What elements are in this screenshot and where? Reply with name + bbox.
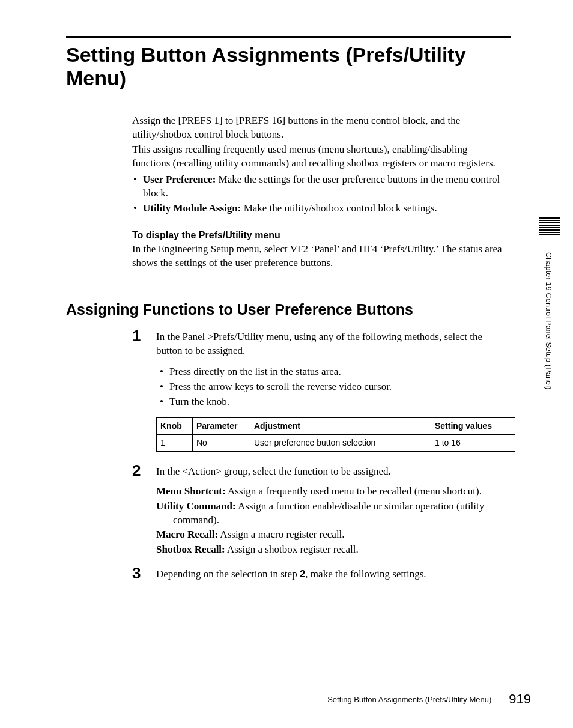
chapter-side-label: Chapter 19 Control Panel Setup (Panel)	[544, 252, 553, 390]
step-3-ref: 2	[300, 568, 305, 580]
table-row: 1 No User preference button selection 1 …	[157, 434, 515, 451]
def-shotbox-recall-label: Shotbox Recall:	[156, 544, 225, 555]
step-3: 3 Depending on the selection in step 2, …	[132, 568, 511, 581]
step-3-number: 3	[132, 564, 141, 583]
table-header-row: Knob Parameter Adjustment Setting values	[157, 417, 515, 434]
def-menu-shortcut-text: Assign a frequently used menu to be reca…	[226, 485, 482, 497]
def-utility-command: Utility Command: Assign a function enabl…	[156, 500, 511, 527]
step-1-text: In the Panel >Prefs/Utility menu, using …	[156, 330, 511, 358]
page-footer: Setting Button Assignments (Prefs/Utilit…	[327, 691, 531, 708]
td-parameter: No	[193, 434, 250, 451]
intro-p2: This assigns recalling frequently used m…	[132, 143, 505, 171]
td-adjustment: User preference button selection	[250, 434, 431, 451]
page-number: 919	[509, 691, 531, 707]
step-2-defs: Menu Shortcut: Assign a frequently used …	[156, 485, 511, 557]
def-menu-shortcut-label: Menu Shortcut:	[156, 485, 226, 497]
intro-p1: Assign the [PREFS 1] to [PREFS 16] butto…	[132, 114, 505, 142]
step-3-text: Depending on the selection in step 2, ma…	[156, 568, 511, 581]
step-1: 1 In the Panel >Prefs/Utility menu, usin…	[132, 330, 511, 451]
step-2-number: 2	[132, 461, 141, 480]
def-macro-recall: Macro Recall: Assign a macro register re…	[156, 528, 511, 542]
intro-bullet-2: Utility Module Assign: Make the utility/…	[132, 202, 505, 216]
def-macro-recall-text: Assign a macro register recall.	[218, 529, 345, 540]
intro-p3: In the Engineering Setup menu, select VF…	[132, 243, 505, 270]
intro-bullet-2-text: Make the utility/shotbox control block s…	[241, 202, 437, 214]
intro-block: Assign the [PREFS 1] to [PREFS 16] butto…	[132, 114, 505, 270]
parameter-table: Knob Parameter Adjustment Setting values…	[156, 417, 515, 452]
step-3-text-before: Depending on the selection in step	[156, 568, 300, 580]
footer-title: Setting Button Assignments (Prefs/Utilit…	[327, 695, 491, 704]
def-shotbox-recall: Shotbox Recall: Assign a shotbox registe…	[156, 543, 511, 557]
def-menu-shortcut: Menu Shortcut: Assign a frequently used …	[156, 485, 511, 499]
td-knob: 1	[157, 434, 193, 451]
footer-separator	[500, 691, 500, 708]
def-utility-command-label: Utility Command:	[156, 500, 236, 512]
intro-subhead: To display the Prefs/Utility menu	[132, 229, 505, 242]
step-1-number: 1	[132, 327, 141, 345]
intro-bullet-1-label: User Preference:	[143, 174, 216, 185]
intro-bullet-2-label: Utility Module Assign:	[143, 202, 241, 214]
step-1-bullet-2: Press the arrow keys to scroll the rever…	[159, 380, 511, 394]
step-1-bullets: Press directly on the list in the status…	[159, 365, 511, 409]
step-1-bullet-1: Press directly on the list in the status…	[159, 365, 511, 379]
section-rule	[66, 296, 511, 296]
step-3-text-after: , make the following settings.	[305, 568, 426, 580]
step-1-bullet-3: Turn the knob.	[159, 395, 511, 409]
th-adjustment: Adjustment	[250, 417, 431, 434]
td-setting-values: 1 to 16	[431, 434, 515, 451]
th-setting-values: Setting values	[431, 417, 515, 434]
intro-bullets: User Preference: Make the settings for t…	[132, 173, 505, 216]
def-shotbox-recall-text: Assign a shotbox register recall.	[225, 544, 359, 555]
th-parameter: Parameter	[193, 417, 250, 434]
step-2-text: In the <Action> group, select the functi…	[156, 465, 511, 479]
page-title: Setting Button Assignments (Prefs/Utilit…	[66, 43, 511, 90]
intro-bullet-1: User Preference: Make the settings for t…	[132, 173, 505, 201]
th-knob: Knob	[157, 417, 193, 434]
section-title: Assigning Functions to User Preference B…	[66, 301, 511, 318]
top-rule	[66, 36, 511, 38]
thumb-index-mark	[539, 217, 560, 235]
step-2: 2 In the <Action> group, select the func…	[132, 465, 511, 557]
def-macro-recall-label: Macro Recall:	[156, 529, 218, 540]
